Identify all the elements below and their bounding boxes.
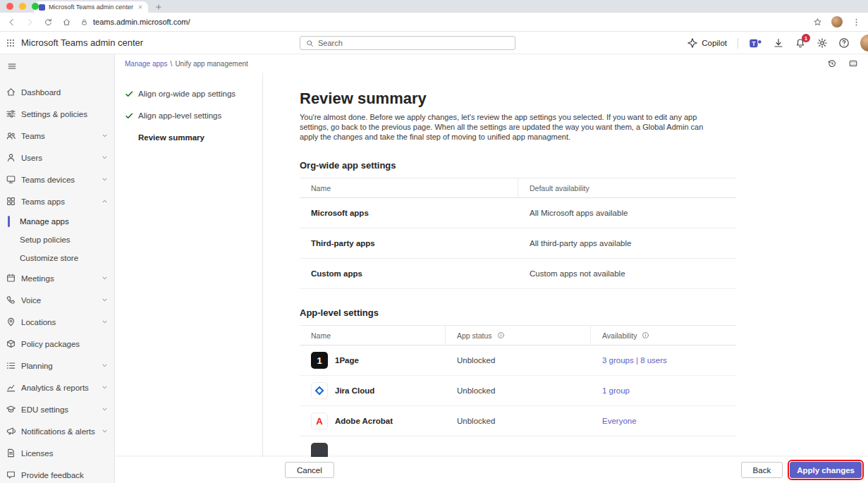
column-header-name: Name [300,326,446,345]
sidebar-item-licenses[interactable]: Licenses [0,442,114,464]
table-row-custom-apps: Custom appsCustom apps not available [300,259,736,289]
tab-close-icon[interactable] [137,4,143,10]
sidebar-item-label: Provide feedback [21,471,109,479]
org-setting-name: Third-party apps [300,228,518,258]
wizard-step-align-org-wide-app-settings[interactable]: Align org-wide app settings [125,90,262,99]
availability-cell: Everyone [591,406,736,436]
teams-logo-icon: T [749,37,762,50]
sidebar-item-analytics-reports[interactable]: Analytics & reports [0,377,114,398]
keypad-icon[interactable] [848,59,858,68]
teams-app-button[interactable]: T [749,37,762,50]
browser-menu-icon[interactable] [852,18,861,27]
sidebar-item-label: Voice [21,296,96,305]
app-status-cell: Unblocked [446,376,591,405]
window-close-button[interactable] [6,3,13,10]
sidebar-item-locations[interactable]: Locations [0,311,114,333]
browser-back-icon[interactable] [7,18,16,27]
wizard-step-review-summary[interactable]: Review summary [125,133,262,142]
back-button[interactable]: Back [741,462,783,478]
info-icon [642,331,649,339]
copilot-icon [687,37,698,49]
sidebar-item-label: Planning [21,362,96,370]
browser-reload-icon[interactable] [44,18,53,27]
workspace: DashboardSettings & policiesTeamsUsersTe… [0,54,868,483]
column-header-availability: Availability [591,326,736,345]
copilot-button[interactable]: Copilot [687,37,727,49]
search-box[interactable] [300,36,515,50]
history-icon[interactable] [827,59,837,68]
notifications-button[interactable]: 1 [795,37,806,49]
jira-icon [311,382,328,399]
help-button[interactable] [838,37,850,49]
window-zoom-button[interactable] [32,3,39,10]
bookmark-star-icon[interactable] [813,18,822,27]
app-name: 1Page [335,356,359,365]
window-minimize-button[interactable] [19,3,26,10]
app-status-cell: Unblocked [446,406,591,436]
sidebar-item-planning[interactable]: Planning [0,355,114,377]
address-field[interactable]: teams.admin.microsoft.com/ [80,18,804,26]
table-row-1page: 11PageUnblocked3 groups | 8 users [300,346,736,376]
app-launcher-waffle-icon[interactable] [0,32,21,54]
tasks-icon [6,360,16,371]
breadcrumb-separator: \ [171,60,173,68]
availability-link[interactable]: 1 group [602,386,630,395]
browser-tab[interactable]: Microsoft Teams admin center [34,1,148,13]
sidebar-item-label: Teams devices [21,176,96,184]
sidebar-item-dashboard[interactable]: Dashboard [0,81,114,103]
apply-changes-button[interactable]: Apply changes [790,462,862,478]
sidebar-item-users[interactable]: Users [0,147,114,169]
sidebar-item-meetings[interactable]: Meetings [0,267,114,289]
new-tab-button[interactable] [155,4,162,11]
header-separator [738,38,738,49]
breadcrumb-actions [827,59,858,68]
app-name-cell: Jira Cloud [300,376,446,405]
org-setting-name: Microsoft apps [300,198,518,228]
table-row-jira-cloud: Jira CloudUnblocked1 group [300,376,736,406]
availability-link[interactable]: 3 groups | 8 users [602,356,667,365]
sidebar-hamburger-icon[interactable] [7,61,17,71]
sidebar-item-label: Meetings [21,274,96,283]
chevron-down-icon [101,176,109,183]
sidebar-item-customize-store[interactable]: Customize store [0,249,114,267]
pin-icon [6,317,16,327]
column-header-label: Availability [602,331,637,340]
sidebar-item-teams-apps[interactable]: Teams apps [0,190,114,212]
sidebar-item-voice[interactable]: Voice [0,289,114,311]
sidebar-item-label: Setup policies [20,236,109,244]
sidebar-item-label: Teams [21,132,96,140]
sidebar-item-label: Manage apps [20,217,109,226]
breadcrumb-manage-apps-link[interactable]: Manage apps [125,60,168,68]
sidebar-item-label: Customize store [20,254,109,262]
browser-home-icon[interactable] [62,18,71,27]
user-avatar[interactable] [860,35,868,51]
notification-badge: 1 [802,34,810,42]
settings-button[interactable] [817,37,828,49]
browser-profile-avatar[interactable] [831,16,843,27]
default-availability-value: All Microsoft apps available [518,198,736,228]
sidebar-item-setup-policies[interactable]: Setup policies [0,231,114,249]
sidebar-item-teams[interactable]: Teams [0,125,114,147]
app-name-cell: AAdobe Acrobat [300,406,446,436]
wizard-step-align-app-level-settings[interactable]: Align app-level settings [125,111,262,121]
sidebar-item-teams-devices[interactable]: Teams devices [0,169,114,190]
sidebar-item-settings-policies[interactable]: Settings & policies [0,103,114,125]
sidebar-item-edu-settings[interactable]: EDU settings [0,398,114,420]
sidebar-item-notifications-alerts[interactable]: Notifications & alerts [0,420,114,442]
app-title: Microsoft Teams admin center [21,37,143,48]
sidebar-item-label: Licenses [21,449,109,458]
browser-address-bar: teams.admin.microsoft.com/ [0,13,868,32]
sidebar-item-manage-apps[interactable]: Manage apps [0,212,114,231]
gradcap-icon [6,404,16,415]
availability-link[interactable]: Everyone [602,417,637,425]
cancel-button[interactable]: Cancel [285,462,334,478]
availability-cell: 3 groups | 8 users [591,346,736,375]
table-row-microsoft-apps: Microsoft appsAll Microsoft apps availab… [300,198,736,228]
sidebar-item-policy-packages[interactable]: Policy packages [0,333,114,355]
browser-forward-icon[interactable] [25,18,35,27]
chevron-down-icon [101,362,109,369]
sidebar-item-provide-feedback[interactable]: Provide feedback [0,464,114,483]
download-button[interactable] [773,37,784,49]
search-input[interactable] [318,39,509,47]
sidebar-item-label: Users [21,154,96,162]
